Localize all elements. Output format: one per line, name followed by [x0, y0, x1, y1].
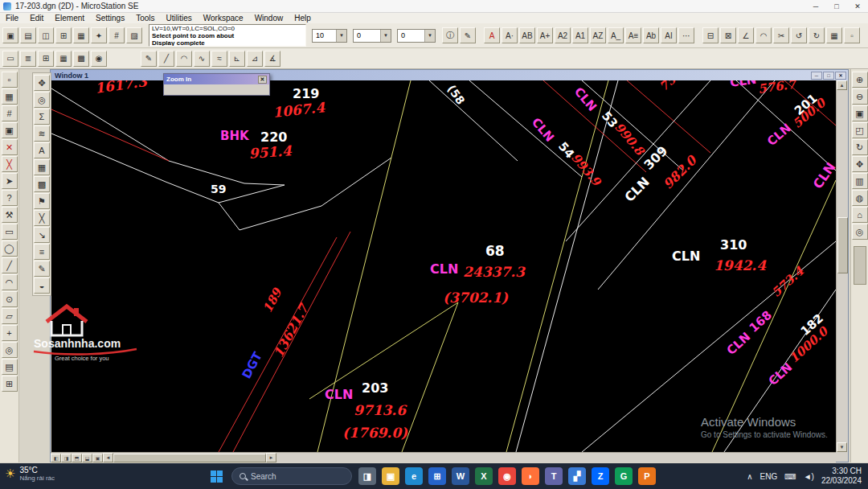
zoom-out-tool[interactable]: ⊖: [852, 88, 868, 105]
point-tool[interactable]: ⊙: [2, 291, 18, 307]
cut-tool[interactable]: ╳: [34, 210, 50, 226]
menu-settings[interactable]: Settings: [90, 14, 130, 23]
menu-edit[interactable]: Edit: [24, 14, 49, 23]
attributes-icon[interactable]: ▨: [126, 27, 142, 43]
edge-icon[interactable]: e: [405, 467, 423, 485]
flag-tool[interactable]: ⚑: [34, 193, 50, 209]
menu-tools[interactable]: Tools: [130, 14, 160, 23]
cell-tool[interactable]: ▣: [2, 122, 18, 138]
triangle-icon[interactable]: ⊿: [247, 51, 263, 67]
menu-window[interactable]: Window: [249, 14, 289, 23]
firefox-icon[interactable]: ◗: [522, 467, 539, 485]
pan-tool[interactable]: ✥: [34, 75, 50, 91]
pan-view-tool[interactable]: ✥: [852, 156, 868, 172]
grid-tool[interactable]: ⊞: [2, 376, 18, 392]
chevron-down-icon[interactable]: ▼: [336, 30, 346, 42]
undo-icon[interactable]: ↺: [791, 27, 807, 43]
measure-tool[interactable]: Σ: [34, 109, 50, 125]
view-minimize-button[interactable]: ─: [811, 72, 822, 80]
snap-tool[interactable]: ◎: [34, 92, 50, 108]
ellipse-tool[interactable]: ◯: [2, 240, 18, 257]
line-style-dropdown[interactable]: 0 ▼: [397, 29, 436, 43]
view-toggle-5[interactable]: ▣: [92, 454, 103, 462]
delete-fence-icon[interactable]: ⊠: [720, 27, 736, 43]
window-area-tool[interactable]: ◰: [852, 122, 868, 138]
modify-tool[interactable]: ⚒: [2, 207, 18, 223]
home-view-tool[interactable]: ⌂: [852, 207, 868, 223]
place-text-icon[interactable]: A: [484, 27, 500, 43]
search-box[interactable]: Search: [231, 467, 352, 485]
pen-icon[interactable]: ✎: [141, 51, 157, 67]
fit-view-tool[interactable]: ▣: [852, 105, 868, 121]
text-place-tool[interactable]: A: [34, 142, 50, 158]
zalo-icon[interactable]: Z: [592, 467, 609, 485]
store-icon[interactable]: ⊞: [428, 467, 446, 485]
clock[interactable]: 3:30 CH 22/03/2024: [821, 466, 862, 486]
add-text-icon[interactable]: A+: [537, 27, 553, 43]
align-tool[interactable]: ≡: [34, 244, 50, 260]
list-icon[interactable]: ≣: [20, 51, 36, 67]
fence-ops-icon[interactable]: ⊟: [702, 27, 719, 43]
maximize-button[interactable]: □: [826, 0, 847, 12]
drawing-viewport[interactable]: 1617.32191067.4BHK220951.459(58CLN53990.…: [51, 80, 836, 452]
save-design-icon[interactable]: ◫: [38, 27, 54, 43]
locate-tool[interactable]: ◎: [2, 342, 18, 358]
weather-widget[interactable]: ☀ 35°C Nắng rải rác: [5, 466, 55, 482]
orange-app-icon[interactable]: P: [638, 467, 656, 485]
grid-icon[interactable]: ▦: [826, 27, 842, 43]
update-view-tool[interactable]: ◎: [852, 224, 868, 240]
photos-icon[interactable]: ▞: [568, 467, 586, 485]
zoom-in-tool[interactable]: ⊕: [852, 72, 868, 88]
edit-text-icon[interactable]: AI: [661, 27, 677, 43]
word-icon[interactable]: W: [452, 467, 469, 485]
polygon-tool[interactable]: ▱: [2, 308, 18, 324]
element-tool-icon[interactable]: ▭: [2, 51, 18, 67]
render-tool[interactable]: ◍: [852, 190, 868, 206]
file-explorer-icon[interactable]: ▣: [382, 467, 399, 485]
view-toggle-4[interactable]: ⬓: [82, 454, 92, 462]
menu-element[interactable]: Element: [49, 14, 90, 23]
view-attributes-tool[interactable]: ▥: [852, 173, 868, 189]
menu-workspace[interactable]: Workspace: [198, 14, 249, 23]
curve-icon[interactable]: ∿: [194, 51, 210, 67]
view-toggle-2[interactable]: ◨: [61, 454, 72, 462]
chrome-icon[interactable]: ◉: [498, 467, 516, 485]
rotate-view-tool[interactable]: ↻: [852, 139, 868, 155]
raster-icon[interactable]: ▦: [73, 27, 89, 43]
locks-icon[interactable]: ◉: [91, 51, 107, 67]
view-maximize-button[interactable]: □: [823, 72, 834, 80]
fill-tool[interactable]: ▩: [34, 176, 50, 192]
drop-element-tool[interactable]: ╳: [2, 156, 18, 172]
scroll-right-icon[interactable]: ►: [266, 453, 276, 462]
drawing-canvas[interactable]: 1617.32191067.4BHK220951.459(58CLN53990.…: [51, 80, 836, 452]
display-icon[interactable]: ▩: [73, 51, 89, 67]
vertical-scroll-thumb[interactable]: [837, 217, 848, 273]
line-icon[interactable]: ╱: [158, 51, 174, 67]
volume-icon[interactable]: ◄): [804, 472, 814, 481]
teams-icon[interactable]: T: [545, 467, 563, 485]
menu-help[interactable]: Help: [289, 14, 317, 23]
case-icon[interactable]: AZ: [590, 27, 606, 43]
mirror-tool[interactable]: ◒: [34, 277, 50, 294]
start-button[interactable]: [207, 467, 225, 485]
text-tool[interactable]: ▤: [2, 359, 18, 375]
arc2-icon[interactable]: ◠: [176, 51, 192, 67]
view-toggle-3[interactable]: ⬒: [72, 454, 82, 462]
vertical-scrollbar[interactable]: ▲ ▼: [836, 80, 848, 452]
language-indicator[interactable]: ENG: [760, 472, 778, 481]
close-button[interactable]: ✕: [847, 0, 868, 12]
open-design-icon[interactable]: ▤: [20, 27, 36, 43]
excel-icon[interactable]: X: [475, 467, 493, 485]
hatch-tool[interactable]: #: [2, 105, 18, 121]
arc-icon[interactable]: ◠: [755, 27, 772, 43]
design-options-icon[interactable]: ▦: [55, 51, 72, 67]
delete-element-tool[interactable]: ✕: [2, 139, 18, 155]
view-toggle-1[interactable]: ◧: [51, 454, 61, 462]
fence-tool[interactable]: ▫: [2, 72, 18, 88]
minimize-button[interactable]: ─: [805, 0, 826, 12]
task-view-icon[interactable]: ◨: [358, 467, 376, 485]
subscript-icon[interactable]: A1: [572, 27, 588, 43]
horizontal-scrollbar[interactable]: ◧◨⬒⬓▣ ◄ ►: [51, 452, 836, 462]
element-selection-tool[interactable]: ➤: [2, 173, 18, 189]
help-tool[interactable]: ?: [2, 190, 18, 206]
